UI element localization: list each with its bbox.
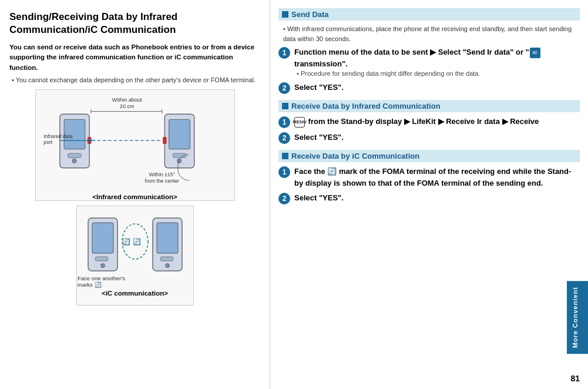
receive-ic-step-1-main: Face the 🔄 mark of the FOMA terminal of … — [294, 166, 580, 189]
receive-ic-title: Receive Data by iC Communication — [291, 152, 419, 160]
receive-ic-step-2: 2 Select "YES". — [278, 192, 580, 204]
section-square-icon-3 — [282, 153, 288, 159]
receive-ic-step-2-content: Select "YES". — [294, 192, 580, 204]
svg-marker-15 — [89, 139, 93, 142]
step-2-content: Select "YES". — [294, 82, 580, 93]
receive-ir-step-1-content: MENU from the Stand-by display ▶ LifeKit… — [294, 116, 580, 128]
face-one-label: Face one another's — [78, 275, 125, 281]
step-1-main: Function menu of the data to be sent ▶ S… — [294, 46, 580, 69]
step-number-6: 2 — [278, 193, 290, 204]
svg-rect-10 — [163, 138, 166, 144]
svg-rect-2 — [68, 153, 81, 157]
step-number-3: 1 — [278, 116, 290, 128]
receive-ir-step-1-main: MENU from the Stand-by display ▶ LifeKit… — [294, 116, 580, 128]
receive-ir-header: Receive Data by Infrared Communication — [278, 100, 580, 112]
ic-icon: iC — [530, 48, 540, 58]
ir-diagram-svg: Within about 20 cm Infrared data port Wi… — [35, 90, 235, 192]
receive-ir-title: Receive Data by Infrared Communication — [291, 102, 441, 110]
svg-rect-7 — [169, 119, 190, 149]
send-data-intro: With infrared communications, place the … — [278, 24, 580, 43]
section-square-icon — [282, 11, 288, 18]
ir-diagram-label: <Infrared communication> — [92, 193, 177, 200]
svg-point-3 — [72, 159, 76, 163]
infrared-data-label: Infrared data — [43, 133, 72, 139]
send-step-2: 2 Select "YES". — [278, 82, 580, 94]
receive-ic-step-1: 1 Face the 🔄 mark of the FOMA terminal o… — [278, 166, 580, 189]
step-number-2: 2 — [278, 82, 290, 94]
within-15-label: Within ±15° — [149, 171, 174, 177]
within-about-label: Within about — [112, 97, 142, 103]
svg-text:🔄: 🔄 — [133, 237, 141, 246]
send-data-header: Send Data — [278, 8, 580, 21]
receive-ir-step-1: 1 MENU from the Stand-by display ▶ LifeK… — [278, 116, 580, 128]
svg-rect-22 — [160, 257, 173, 261]
note-text: • You cannot exchange data depending on … — [9, 76, 260, 83]
page-title: Sending/Receiving Data by Infrared Commu… — [9, 11, 260, 36]
marks-label: marks 🔄. — [78, 281, 103, 289]
section-square-icon-2 — [282, 103, 288, 109]
svg-point-9 — [177, 159, 181, 163]
receive-ic-step-2-main: Select "YES". — [294, 192, 580, 204]
port-label: port — [43, 139, 53, 145]
menu-icon: MENU — [294, 117, 305, 128]
receive-ir-step-2: 2 Select "YES". — [278, 132, 580, 144]
receive-ir-step-2-content: Select "YES". — [294, 132, 580, 143]
page-number: 81 — [570, 374, 580, 383]
from-center-label: from the center — [145, 177, 179, 183]
ic-diagram-label: <iC communication> — [102, 290, 168, 297]
send-data-title: Send Data — [291, 10, 329, 19]
20cm-label: 20 cm — [119, 103, 134, 109]
left-panel: Sending/Receiving Data by Infrared Commu… — [0, 0, 270, 389]
ir-diagram-box: Within about 20 cm Infrared data port Wi… — [35, 89, 235, 201]
ic-diagram-box: 🔄 🔄 Face one another's marks 🔄. <iC comm… — [76, 206, 194, 306]
intro-text: You can send or receive data such as Pho… — [9, 42, 260, 73]
svg-rect-17 — [92, 223, 113, 253]
svg-rect-21 — [157, 223, 178, 253]
svg-point-23 — [165, 263, 169, 267]
receive-ir-step-2-main: Select "YES". — [294, 132, 580, 143]
svg-rect-18 — [95, 257, 108, 261]
send-step-1: 1 Function menu of the data to be sent ▶… — [278, 46, 580, 78]
diagram-area: Within about 20 cm Infrared data port Wi… — [9, 89, 260, 306]
step-number-4: 2 — [278, 132, 290, 144]
right-panel: Send Data With infrared communications, … — [270, 0, 588, 389]
step-1-content: Function menu of the data to be sent ▶ S… — [294, 46, 580, 78]
svg-point-19 — [100, 263, 105, 267]
step-number-1: 1 — [278, 47, 290, 59]
receive-ic-step-1-content: Face the 🔄 mark of the FOMA terminal of … — [294, 166, 580, 189]
svg-text:🔄: 🔄 — [122, 237, 130, 246]
step-2-main: Select "YES". — [294, 82, 580, 93]
receive-ic-header: Receive Data by iC Communication — [278, 150, 580, 162]
ic-diagram-svg: 🔄 🔄 Face one another's marks 🔄. — [76, 206, 194, 289]
step-1-sub: Procedure for sending data might differ … — [294, 69, 580, 78]
step-number-5: 1 — [278, 166, 290, 178]
page-tab: More Convenient — [567, 281, 588, 354]
